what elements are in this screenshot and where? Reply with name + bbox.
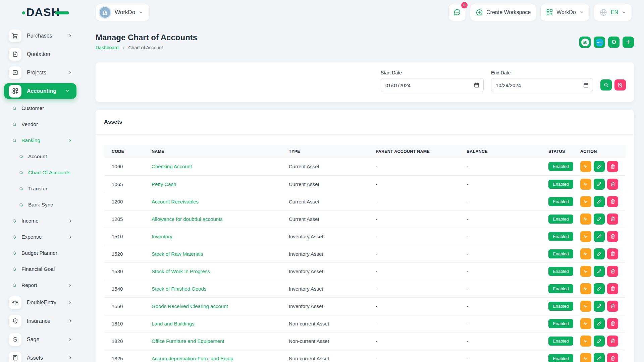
transactions-button[interactable] xyxy=(580,179,591,190)
reset-filter-button[interactable] xyxy=(614,79,626,90)
workspace-selector[interactable]: WorkDo xyxy=(96,4,150,21)
transactions-button[interactable] xyxy=(580,161,591,172)
language-selector[interactable]: EN xyxy=(594,4,632,21)
delete-button[interactable] xyxy=(607,301,618,312)
status-badge[interactable]: Enabled xyxy=(548,284,573,293)
transactions-button[interactable] xyxy=(580,336,591,347)
account-name-link[interactable]: Inventory xyxy=(152,234,172,239)
sidebar-item-vendor[interactable]: Vendor xyxy=(0,116,80,132)
delete-button[interactable] xyxy=(607,214,618,225)
sidebar-item-customer[interactable]: Customer xyxy=(0,100,80,116)
sidebar-item-sage[interactable]: S Sage xyxy=(0,330,80,349)
transactions-button[interactable] xyxy=(580,301,591,312)
account-name-link[interactable]: Checking Account xyxy=(152,164,192,169)
account-name-link[interactable]: Allowance for doubtful accounts xyxy=(152,216,223,222)
sidebar-item-quotation[interactable]: Quotation xyxy=(0,45,80,63)
sidebar-item-accounting[interactable]: Accounting xyxy=(4,83,76,99)
delete-button[interactable] xyxy=(607,248,618,259)
sidebar-item-bank-sync[interactable]: Bank Sync xyxy=(0,197,80,213)
sidebar-item-expense[interactable]: Expense xyxy=(0,229,80,245)
transactions-button[interactable] xyxy=(580,318,591,329)
sidebar-item-budget-planner[interactable]: Budget Planner xyxy=(0,245,80,261)
status-badge[interactable]: Enabled xyxy=(548,197,573,206)
sidebar-item-projects[interactable]: Projects xyxy=(0,63,80,82)
transactions-button[interactable] xyxy=(580,214,591,225)
status-badge[interactable]: Enabled xyxy=(548,354,573,362)
account-name-link[interactable]: Petty Cash xyxy=(152,181,176,187)
transactions-button[interactable] xyxy=(580,196,591,207)
xero-button[interactable]: xero xyxy=(594,37,605,48)
edit-button[interactable] xyxy=(594,318,605,329)
transactions-button[interactable] xyxy=(580,353,591,362)
start-date-input[interactable] xyxy=(381,78,484,92)
add-account-button[interactable]: + xyxy=(623,37,634,48)
transactions-button[interactable] xyxy=(580,266,591,277)
quickbooks-button[interactable]: qb xyxy=(579,37,591,48)
trash-icon xyxy=(610,216,615,222)
sidebar-item-report[interactable]: Report xyxy=(0,277,80,293)
edit-button[interactable] xyxy=(594,161,605,172)
status-badge[interactable]: Enabled xyxy=(548,249,573,258)
edit-button[interactable] xyxy=(594,196,605,207)
sidebar-item-assets[interactable]: Assets xyxy=(0,349,80,362)
sidebar-item-income[interactable]: Income xyxy=(0,213,80,229)
activity-wave-icon xyxy=(583,356,589,361)
messages-button[interactable]: 0 xyxy=(448,4,466,21)
account-name-link[interactable]: Goods Received Clearing account xyxy=(152,303,228,309)
transactions-button[interactable] xyxy=(580,248,591,259)
sidebar-item-doubleentry[interactable]: DoubleEntry xyxy=(0,293,80,312)
workdo-menu-button[interactable]: WorkDo xyxy=(540,4,590,21)
grid-plus-icon xyxy=(9,85,21,98)
sidebar-item-banking[interactable]: Banking xyxy=(0,132,80,148)
account-name-link[interactable]: Office Furniture and Equipement xyxy=(152,338,224,344)
edit-button[interactable] xyxy=(594,301,605,312)
account-name-link[interactable]: Accum.depreciation-Furn. and Equip xyxy=(152,356,233,361)
edit-button[interactable] xyxy=(594,179,605,190)
status-badge[interactable]: Enabled xyxy=(548,162,573,171)
edit-button[interactable] xyxy=(594,214,605,225)
create-workspace-button[interactable]: Create Workspace xyxy=(470,4,536,21)
account-name-link[interactable]: Stock of Work In Progress xyxy=(152,268,210,274)
edit-button[interactable] xyxy=(594,336,605,347)
account-name-link[interactable]: Stock of Finished Goods xyxy=(152,286,206,292)
delete-button[interactable] xyxy=(607,318,618,329)
delete-button[interactable] xyxy=(607,196,618,207)
delete-button[interactable] xyxy=(607,231,618,242)
apply-filter-button[interactable] xyxy=(600,79,612,90)
edit-button[interactable] xyxy=(594,283,605,294)
status-badge[interactable]: Enabled xyxy=(548,302,573,311)
account-name-link[interactable]: Account Receivables xyxy=(152,199,199,204)
pencil-icon xyxy=(597,234,602,239)
edit-button[interactable] xyxy=(594,231,605,242)
delete-button[interactable] xyxy=(607,266,618,277)
status-badge[interactable]: Enabled xyxy=(548,267,573,276)
sidebar-item-chart-of-accounts[interactable]: Chart Of Accounts xyxy=(0,165,80,181)
status-badge[interactable]: Enabled xyxy=(548,337,573,346)
delete-button[interactable] xyxy=(607,179,618,190)
delete-button[interactable] xyxy=(607,353,618,362)
transactions-button[interactable] xyxy=(580,283,591,294)
status-badge[interactable]: Enabled xyxy=(548,319,573,328)
bullet-icon xyxy=(12,138,17,143)
sidebar-item-financial-goal[interactable]: Financial Goal xyxy=(0,261,80,277)
brand-logo[interactable]: DASH xyxy=(22,6,69,19)
delete-button[interactable] xyxy=(607,283,618,294)
sidebar-item-transfer[interactable]: Transfer xyxy=(0,181,80,197)
breadcrumb-dashboard-link[interactable]: Dashboard xyxy=(96,45,119,50)
delete-button[interactable] xyxy=(607,161,618,172)
account-name-link[interactable]: Stock of Raw Materials xyxy=(152,251,203,257)
sidebar-item-insurance[interactable]: Insurance xyxy=(0,312,80,330)
settings-button[interactable]: ⚙ xyxy=(608,37,620,48)
edit-button[interactable] xyxy=(594,248,605,259)
sidebar-item-account[interactable]: Account xyxy=(0,148,80,165)
edit-button[interactable] xyxy=(594,266,605,277)
end-date-input[interactable] xyxy=(491,78,593,92)
edit-button[interactable] xyxy=(594,353,605,362)
account-name-link[interactable]: Land and Buildings xyxy=(152,321,195,326)
status-badge[interactable]: Enabled xyxy=(548,232,573,241)
status-badge[interactable]: Enabled xyxy=(548,180,573,189)
transactions-button[interactable] xyxy=(580,231,591,242)
delete-button[interactable] xyxy=(607,336,618,347)
status-badge[interactable]: Enabled xyxy=(548,215,573,224)
sidebar-item-purchases[interactable]: Purchases xyxy=(0,26,80,45)
